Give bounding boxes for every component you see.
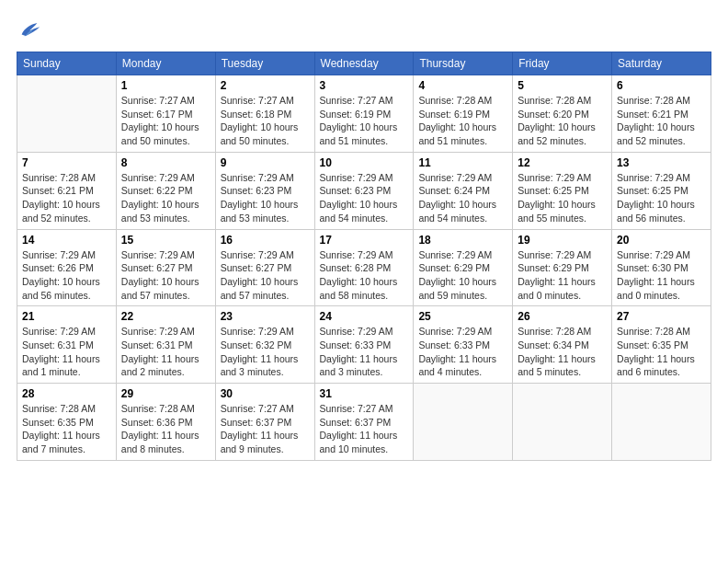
- day-info: Sunrise: 7:29 AMSunset: 6:25 PMDaylight:…: [518, 171, 607, 225]
- calendar-cell: 29Sunrise: 7:28 AMSunset: 6:36 PMDayligh…: [116, 384, 215, 461]
- day-info: Sunrise: 7:29 AMSunset: 6:29 PMDaylight:…: [418, 248, 507, 303]
- calendar-cell: 24Sunrise: 7:29 AMSunset: 6:33 PMDayligh…: [314, 306, 414, 384]
- calendar-cell: 28Sunrise: 7:28 AMSunset: 6:35 PMDayligh…: [17, 384, 117, 461]
- calendar-cell: 7Sunrise: 7:28 AMSunset: 6:21 PMDaylight…: [17, 152, 117, 229]
- day-number: 11: [418, 156, 507, 169]
- col-header-friday: Friday: [513, 52, 612, 75]
- day-info: Sunrise: 7:29 AMSunset: 6:25 PMDaylight:…: [617, 171, 706, 225]
- day-info: Sunrise: 7:28 AMSunset: 6:35 PMDaylight:…: [22, 402, 111, 456]
- calendar-cell: 11Sunrise: 7:29 AMSunset: 6:24 PMDayligh…: [414, 152, 513, 229]
- calendar-cell: 30Sunrise: 7:27 AMSunset: 6:37 PMDayligh…: [215, 384, 314, 461]
- day-info: Sunrise: 7:29 AMSunset: 6:33 PMDaylight:…: [320, 325, 409, 379]
- calendar-week-4: 21Sunrise: 7:29 AMSunset: 6:31 PMDayligh…: [17, 306, 711, 384]
- day-number: 1: [121, 79, 210, 92]
- day-number: 22: [121, 310, 210, 323]
- logo: [17, 17, 46, 42]
- calendar-cell: 8Sunrise: 7:29 AMSunset: 6:22 PMDaylight…: [116, 152, 215, 229]
- calendar-cell: 20Sunrise: 7:29 AMSunset: 6:30 PMDayligh…: [612, 229, 711, 306]
- day-info: Sunrise: 7:28 AMSunset: 6:19 PMDaylight:…: [418, 94, 507, 148]
- col-header-thursday: Thursday: [414, 52, 513, 75]
- calendar-header-row: SundayMondayTuesdayWednesdayThursdayFrid…: [17, 52, 711, 75]
- calendar-cell: 14Sunrise: 7:29 AMSunset: 6:26 PMDayligh…: [17, 229, 117, 306]
- calendar-cell: 13Sunrise: 7:29 AMSunset: 6:25 PMDayligh…: [612, 152, 711, 229]
- day-info: Sunrise: 7:29 AMSunset: 6:23 PMDaylight:…: [320, 171, 409, 225]
- day-number: 24: [320, 310, 409, 323]
- day-number: 8: [121, 156, 210, 169]
- day-number: 25: [418, 310, 507, 323]
- header: [17, 17, 711, 42]
- day-number: 12: [518, 156, 607, 169]
- day-number: 6: [617, 79, 706, 92]
- logo-bird-icon: [17, 17, 42, 42]
- calendar-cell: 6Sunrise: 7:28 AMSunset: 6:21 PMDaylight…: [612, 75, 711, 153]
- day-info: Sunrise: 7:28 AMSunset: 6:34 PMDaylight:…: [518, 325, 607, 379]
- calendar-cell: [17, 75, 117, 153]
- col-header-wednesday: Wednesday: [314, 52, 414, 75]
- day-info: Sunrise: 7:29 AMSunset: 6:33 PMDaylight:…: [418, 325, 507, 379]
- day-number: 10: [320, 156, 409, 169]
- calendar-cell: 16Sunrise: 7:29 AMSunset: 6:27 PMDayligh…: [215, 229, 314, 306]
- day-number: 5: [518, 79, 607, 92]
- day-number: 31: [320, 387, 409, 400]
- day-info: Sunrise: 7:29 AMSunset: 6:27 PMDaylight:…: [121, 248, 210, 303]
- col-header-monday: Monday: [116, 52, 215, 75]
- day-info: Sunrise: 7:29 AMSunset: 6:23 PMDaylight:…: [221, 171, 310, 225]
- calendar-cell: 21Sunrise: 7:29 AMSunset: 6:31 PMDayligh…: [17, 306, 117, 384]
- calendar-cell: 3Sunrise: 7:27 AMSunset: 6:19 PMDaylight…: [314, 75, 414, 153]
- day-info: Sunrise: 7:29 AMSunset: 6:27 PMDaylight:…: [221, 248, 310, 303]
- day-info: Sunrise: 7:29 AMSunset: 6:31 PMDaylight:…: [121, 325, 210, 379]
- calendar-cell: 15Sunrise: 7:29 AMSunset: 6:27 PMDayligh…: [116, 229, 215, 306]
- calendar-cell: 17Sunrise: 7:29 AMSunset: 6:28 PMDayligh…: [314, 229, 414, 306]
- calendar-cell: 25Sunrise: 7:29 AMSunset: 6:33 PMDayligh…: [414, 306, 513, 384]
- calendar-cell: 22Sunrise: 7:29 AMSunset: 6:31 PMDayligh…: [116, 306, 215, 384]
- calendar-cell: 1Sunrise: 7:27 AMSunset: 6:17 PMDaylight…: [116, 75, 215, 153]
- calendar-cell: 23Sunrise: 7:29 AMSunset: 6:32 PMDayligh…: [215, 306, 314, 384]
- day-number: 15: [121, 234, 210, 247]
- day-info: Sunrise: 7:28 AMSunset: 6:36 PMDaylight:…: [121, 402, 210, 456]
- calendar-cell: 19Sunrise: 7:29 AMSunset: 6:29 PMDayligh…: [513, 229, 612, 306]
- day-number: 26: [518, 310, 607, 323]
- day-number: 27: [617, 310, 706, 323]
- calendar-week-2: 7Sunrise: 7:28 AMSunset: 6:21 PMDaylight…: [17, 152, 711, 229]
- day-info: Sunrise: 7:27 AMSunset: 6:37 PMDaylight:…: [221, 402, 310, 456]
- day-info: Sunrise: 7:29 AMSunset: 6:30 PMDaylight:…: [617, 248, 706, 303]
- calendar-cell: 5Sunrise: 7:28 AMSunset: 6:20 PMDaylight…: [513, 75, 612, 153]
- day-number: 16: [221, 234, 310, 247]
- day-number: 13: [617, 156, 706, 169]
- calendar-cell: 26Sunrise: 7:28 AMSunset: 6:34 PMDayligh…: [513, 306, 612, 384]
- day-info: Sunrise: 7:28 AMSunset: 6:21 PMDaylight:…: [22, 171, 111, 225]
- day-info: Sunrise: 7:29 AMSunset: 6:28 PMDaylight:…: [320, 248, 409, 303]
- calendar-week-3: 14Sunrise: 7:29 AMSunset: 6:26 PMDayligh…: [17, 229, 711, 306]
- calendar-cell: 27Sunrise: 7:28 AMSunset: 6:35 PMDayligh…: [612, 306, 711, 384]
- day-number: 30: [221, 387, 310, 400]
- page: SundayMondayTuesdayWednesdayThursdayFrid…: [0, 0, 728, 563]
- day-info: Sunrise: 7:29 AMSunset: 6:22 PMDaylight:…: [121, 171, 210, 225]
- day-info: Sunrise: 7:27 AMSunset: 6:18 PMDaylight:…: [221, 94, 310, 148]
- day-number: 29: [121, 387, 210, 400]
- day-info: Sunrise: 7:29 AMSunset: 6:31 PMDaylight:…: [22, 325, 111, 379]
- calendar-cell: 31Sunrise: 7:27 AMSunset: 6:37 PMDayligh…: [314, 384, 414, 461]
- day-info: Sunrise: 7:29 AMSunset: 6:26 PMDaylight:…: [22, 248, 111, 303]
- calendar-cell: 9Sunrise: 7:29 AMSunset: 6:23 PMDaylight…: [215, 152, 314, 229]
- day-info: Sunrise: 7:28 AMSunset: 6:35 PMDaylight:…: [617, 325, 706, 379]
- calendar-cell: 4Sunrise: 7:28 AMSunset: 6:19 PMDaylight…: [414, 75, 513, 153]
- calendar-cell: [612, 384, 711, 461]
- col-header-tuesday: Tuesday: [215, 52, 314, 75]
- day-number: 19: [518, 234, 607, 247]
- day-number: 9: [221, 156, 310, 169]
- day-number: 7: [22, 156, 111, 169]
- day-number: 21: [22, 310, 111, 323]
- day-number: 18: [418, 234, 507, 247]
- day-info: Sunrise: 7:29 AMSunset: 6:32 PMDaylight:…: [221, 325, 310, 379]
- calendar-week-1: 1Sunrise: 7:27 AMSunset: 6:17 PMDaylight…: [17, 75, 711, 153]
- day-info: Sunrise: 7:27 AMSunset: 6:37 PMDaylight:…: [320, 402, 409, 456]
- day-number: 14: [22, 234, 111, 247]
- calendar-cell: [513, 384, 612, 461]
- day-number: 17: [320, 234, 409, 247]
- day-info: Sunrise: 7:28 AMSunset: 6:21 PMDaylight:…: [617, 94, 706, 148]
- day-info: Sunrise: 7:28 AMSunset: 6:20 PMDaylight:…: [518, 94, 607, 148]
- col-header-saturday: Saturday: [612, 52, 711, 75]
- calendar-cell: 12Sunrise: 7:29 AMSunset: 6:25 PMDayligh…: [513, 152, 612, 229]
- day-number: 28: [22, 387, 111, 400]
- calendar-cell: 18Sunrise: 7:29 AMSunset: 6:29 PMDayligh…: [414, 229, 513, 306]
